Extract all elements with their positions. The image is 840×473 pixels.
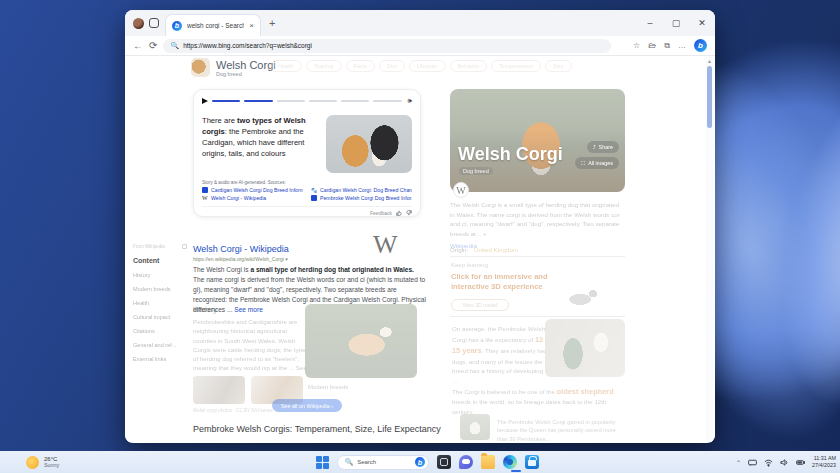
source-link[interactable]: 🐾Cardigan Welsh Corgi: Dog Breed Chara..…: [311, 187, 412, 193]
progress-segment[interactable]: [373, 100, 401, 103]
card-footer: Feedback: [202, 206, 412, 216]
bing-discover-button[interactable]: b: [694, 39, 707, 52]
settings-more-icon[interactable]: …: [678, 41, 686, 50]
browser-tab[interactable]: b welsh corgi - Search ×: [165, 14, 261, 36]
result-header: Welsh Corgi Dog breed: [191, 58, 276, 77]
toc-item-health[interactable]: Health: [133, 300, 187, 306]
origin-value-link[interactable]: United Kingdom: [474, 246, 518, 253]
all-images-button[interactable]: ⛶All images: [575, 157, 619, 169]
scrollbar-up-arrow[interactable]: ▲: [706, 58, 713, 64]
highlight-oldest-shepherd: oldest shepherd: [557, 387, 614, 396]
search-icon: 🔍: [345, 458, 353, 466]
toc-item-citations[interactable]: Citations: [133, 328, 187, 334]
microsoft-store-icon[interactable]: [525, 455, 539, 469]
progress-segment[interactable]: [341, 100, 369, 103]
progress-segment[interactable]: [212, 100, 240, 103]
corgi-pair-photo[interactable]: [326, 115, 412, 173]
corgi-small-photo[interactable]: [193, 376, 245, 404]
toc-item-history[interactable]: History: [133, 272, 187, 278]
battery-icon[interactable]: [796, 458, 805, 467]
progress-segment[interactable]: [244, 100, 272, 103]
thumbs-down-icon[interactable]: [406, 210, 412, 216]
ai-story-card: 🕪 There are two types of Welsh corgis: t…: [193, 89, 421, 217]
audio-player: 🕪: [202, 97, 412, 105]
favorites-add-icon[interactable]: ☆: [633, 41, 640, 50]
photo-license-caption: Welsh corgi photos · CC BY-SA licence: [193, 408, 273, 413]
edge-active-indicator: [511, 470, 521, 472]
bing-icon[interactable]: b: [415, 457, 425, 467]
hidden-icons-chevron[interactable]: ⌃: [736, 459, 741, 466]
refresh-button[interactable]: ⟳: [149, 41, 157, 51]
teams-chat-icon[interactable]: [459, 455, 473, 469]
pill-health[interactable]: Health: [270, 60, 302, 72]
back-button[interactable]: ←: [133, 41, 143, 51]
open-in-new-icon[interactable]: [182, 244, 187, 249]
progress-segment[interactable]: [277, 100, 305, 103]
pill-facts[interactable]: Facts: [346, 60, 375, 72]
profile-avatar[interactable]: [133, 18, 144, 29]
start-button[interactable]: [316, 456, 329, 469]
toc-item-cultural-impact[interactable]: Cultural impact: [133, 314, 187, 320]
next-result-heading[interactable]: Pembroke Welsh Corgis: Temperament, Size…: [193, 424, 441, 434]
play-icon[interactable]: [202, 98, 208, 104]
minimize-button[interactable]: –: [637, 10, 663, 36]
desktop: b welsh corgi - Search × + – ▢ ✕ ← ⟳ 🔍 h…: [0, 0, 840, 473]
history-heading: History: [193, 306, 308, 313]
source-link[interactable]: Cardigan Welsh Corgi Dog Breed Inform...: [202, 187, 303, 193]
pill-diet[interactable]: Diet: [379, 60, 405, 72]
sources-list: Cardigan Welsh Corgi Dog Breed Inform...…: [202, 187, 412, 201]
share-button[interactable]: ⤴Share: [587, 141, 619, 153]
address-bar[interactable]: 🔍 https://www.bing.com/search?q=welsh&co…: [163, 39, 611, 53]
wikipedia-badge: W: [453, 182, 469, 198]
bing-favicon: b: [172, 21, 182, 31]
maximize-button[interactable]: ▢: [663, 10, 689, 36]
workspaces-icon[interactable]: [149, 18, 159, 28]
task-view-icon[interactable]: [437, 455, 451, 469]
taskbar-clock[interactable]: 11:31 AM 27/4/2023: [812, 455, 836, 470]
file-explorer-icon[interactable]: [481, 455, 495, 469]
favorites-icon[interactable]: 🗁: [648, 41, 656, 50]
new-tab-button[interactable]: +: [269, 17, 275, 29]
edge-browser-icon[interactable]: [503, 455, 517, 469]
toc-item-general-refs[interactable]: General and ref...: [133, 342, 187, 348]
close-button[interactable]: ✕: [689, 10, 715, 36]
browser-window: b welsh corgi - Search × + – ▢ ✕ ← ⟳ 🔍 h…: [125, 10, 715, 443]
touch-keyboard-icon[interactable]: [748, 458, 757, 467]
window-controls: – ▢ ✕: [637, 10, 715, 36]
divider: [450, 256, 625, 257]
toc-item-modern-breeds[interactable]: Modern breeds: [133, 286, 187, 292]
taskbar-search[interactable]: 🔍 Search b: [337, 455, 429, 470]
volume-icon[interactable]: [780, 458, 789, 467]
pill-temperament[interactable]: Temperament: [491, 60, 541, 72]
progress-segment[interactable]: [309, 100, 337, 103]
weather-widget[interactable]: 26°C Sunny: [26, 456, 59, 469]
3d-experience-title[interactable]: Click for an immersive and interactive 3…: [451, 272, 571, 293]
origin-row: Origin: United Kingdom: [450, 246, 518, 253]
modern-breeds-photo[interactable]: [305, 304, 417, 378]
pembroke-small-photo[interactable]: [460, 414, 490, 440]
tab-close-icon[interactable]: ×: [249, 22, 254, 30]
pill-lifespan[interactable]: Lifespan: [409, 60, 446, 72]
wifi-icon[interactable]: [764, 458, 773, 467]
view-3d-model-button[interactable]: View 3D model: [451, 299, 509, 311]
hero-image-card[interactable]: Welsh Corgi Dog breed ⤴Share ⛶All images…: [450, 89, 625, 192]
pill-behavior[interactable]: Behavior: [450, 60, 488, 72]
thumbs-up-icon[interactable]: [396, 210, 402, 216]
feedback-link[interactable]: Feedback: [370, 210, 392, 216]
pill-size[interactable]: Size: [545, 60, 572, 72]
volume-icon[interactable]: 🕪: [408, 97, 412, 105]
corgi-3d-model-image[interactable]: [555, 284, 611, 312]
corgi-fact-photo[interactable]: [545, 319, 625, 377]
source-link[interactable]: WWelsh Corgi - Wikipedia: [202, 195, 303, 201]
toc-title: Content: [133, 257, 187, 264]
breed-thumbnail[interactable]: [191, 58, 210, 77]
collections-icon[interactable]: ⧉: [664, 41, 670, 51]
time: 11:31 AM: [812, 455, 836, 462]
toc-item-external-links[interactable]: External links: [133, 356, 187, 362]
pill-training[interactable]: Training: [306, 60, 342, 72]
scrollbar-thumb[interactable]: [707, 66, 712, 128]
source-link[interactable]: Pembroke Welsh Corgi Dog Breed Infor...: [311, 195, 412, 201]
page-title: Welsh Corgi: [216, 59, 276, 71]
see-all-wikipedia-button[interactable]: See all on Wikipedia ›: [272, 399, 342, 412]
taskbar-center: 🔍 Search b: [316, 455, 539, 470]
